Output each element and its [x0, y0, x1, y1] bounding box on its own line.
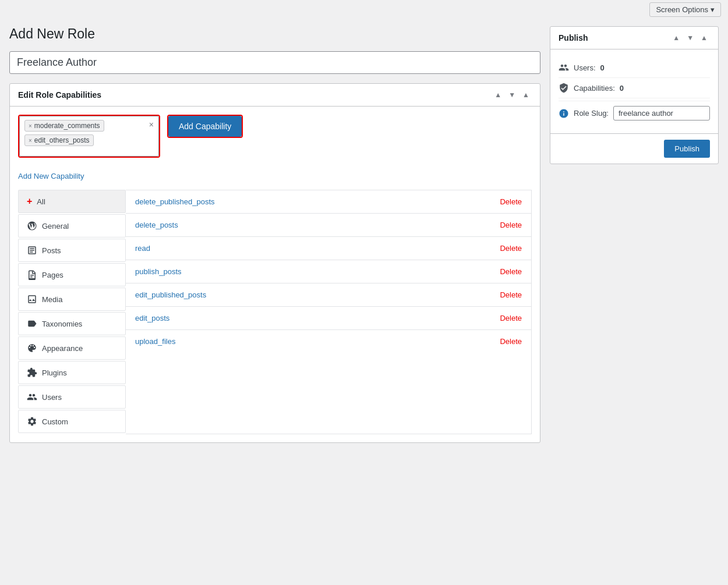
sidebar-item-pages-label: Pages	[42, 271, 63, 279]
plugins-icon	[27, 367, 37, 378]
publish-body: Users: 0 Capabilities: 0 Role Slug	[550, 49, 718, 133]
role-name-input[interactable]	[9, 51, 540, 74]
chevron-down-icon: ▾	[711, 5, 715, 14]
delete-edit-posts[interactable]: Delete	[500, 314, 522, 322]
cap-tag-edit-others-posts-label: edit_others_posts	[34, 136, 90, 144]
sidebar-item-plugins-label: Plugins	[42, 368, 67, 377]
posts-icon	[27, 245, 37, 256]
cap-tag-edit-others-posts[interactable]: × edit_others_posts	[24, 134, 94, 146]
selector-row: × moderate_comments × edit_others_posts …	[18, 115, 532, 165]
users-stat: Users: 0	[559, 58, 710, 78]
delete-publish-posts[interactable]: Delete	[500, 267, 522, 276]
role-slug-input[interactable]	[613, 106, 710, 120]
capability-delete-published-posts[interactable]: delete_published_posts	[135, 197, 215, 206]
publish-header: Publish ▲ ▼ ▲	[550, 27, 718, 49]
publish-title: Publish	[559, 33, 588, 42]
collapse-close-arrow[interactable]: ▲	[520, 90, 532, 100]
sidebar-item-taxonomies-label: Taxonomies	[42, 320, 82, 328]
table-row: publish_posts Delete	[126, 260, 531, 283]
delete-delete-published-posts[interactable]: Delete	[500, 197, 522, 206]
cap-selector-wrapper: × moderate_comments × edit_others_posts …	[18, 115, 160, 158]
publish-footer: Publish	[550, 133, 718, 164]
capability-rows: delete_published_posts Delete delete_pos…	[126, 190, 532, 434]
category-sidebar: + All General	[18, 190, 126, 434]
role-slug-row: Role Slug:	[559, 101, 710, 125]
users-count: 0	[600, 63, 605, 72]
page-title: Add New Role	[9, 26, 540, 42]
sidebar-item-general[interactable]: General	[18, 214, 126, 237]
media-icon	[27, 294, 37, 304]
role-slug-label: Role Slug:	[574, 109, 609, 118]
sidebar-item-appearance-label: Appearance	[42, 344, 83, 353]
table-row: read Delete	[126, 237, 531, 260]
publish-button[interactable]: Publish	[664, 140, 710, 158]
add-new-capability-link[interactable]: Add New Capability	[18, 172, 532, 180]
sidebar-item-pages[interactable]: Pages	[18, 263, 126, 286]
capability-publish-posts[interactable]: publish_posts	[135, 267, 182, 276]
capabilities-body: × moderate_comments × edit_others_posts …	[10, 107, 540, 442]
publish-box: Publish ▲ ▼ ▲ Users: 0	[550, 26, 719, 164]
table-row: delete_posts Delete	[126, 214, 531, 237]
delete-upload-files[interactable]: Delete	[500, 337, 522, 346]
screen-options-button[interactable]: Screen Options ▾	[649, 2, 721, 17]
capabilities-stat-icon	[559, 83, 569, 93]
capability-read[interactable]: read	[135, 244, 150, 253]
collapse-up-arrow[interactable]: ▲	[492, 90, 504, 100]
publish-arrows: ▲ ▼ ▲	[670, 33, 710, 43]
capabilities-box: Edit Role Capabilities ▲ ▼ ▲ × moderate_…	[9, 83, 540, 443]
users-icon	[27, 392, 37, 402]
users-label: Users:	[574, 63, 596, 72]
sidebar-item-media-label: Media	[42, 295, 62, 304]
add-capability-btn-wrapper: Add Capability	[167, 115, 243, 138]
table-row: upload_files Delete	[126, 330, 531, 353]
delete-read[interactable]: Delete	[500, 244, 522, 253]
capability-delete-posts[interactable]: delete_posts	[135, 221, 178, 229]
sidebar-item-plugins[interactable]: Plugins	[18, 361, 126, 384]
table-row: delete_published_posts Delete	[126, 190, 531, 214]
clear-selector-icon[interactable]: ×	[149, 120, 154, 129]
sidebar-item-general-label: General	[42, 222, 69, 231]
wordpress-icon	[27, 221, 37, 231]
capability-upload-files[interactable]: upload_files	[135, 337, 175, 346]
sidebar-item-all-label: All	[37, 197, 45, 206]
sidebar-item-posts[interactable]: Posts	[18, 239, 126, 262]
plus-icon: +	[27, 196, 32, 207]
screen-options-label: Screen Options	[656, 5, 708, 14]
cap-tag-moderate-comments[interactable]: × moderate_comments	[24, 120, 104, 132]
capabilities-arrows: ▲ ▼ ▲	[492, 90, 532, 100]
sidebar-item-posts-label: Posts	[42, 246, 61, 255]
publish-collapse-down[interactable]: ▼	[684, 33, 696, 43]
delete-delete-posts[interactable]: Delete	[500, 221, 522, 229]
sidebar-item-taxonomies[interactable]: Taxonomies	[18, 312, 126, 335]
table-row: edit_published_posts Delete	[126, 283, 531, 307]
table-row: edit_posts Delete	[126, 307, 531, 330]
remove-edit-others-posts-icon[interactable]: ×	[29, 137, 32, 144]
capabilities-title: Edit Role Capabilities	[18, 90, 101, 100]
sidebar-item-users-label: Users	[42, 393, 62, 402]
sidebar-item-all[interactable]: + All	[18, 190, 126, 213]
users-stat-icon	[559, 62, 569, 73]
sidebar-item-users[interactable]: Users	[18, 385, 126, 409]
capability-edit-posts[interactable]: edit_posts	[135, 314, 169, 322]
collapse-down-arrow[interactable]: ▼	[506, 90, 518, 100]
cap-list-wrapper: + All General	[18, 190, 532, 434]
info-icon	[559, 108, 569, 119]
delete-edit-published-posts[interactable]: Delete	[500, 290, 522, 299]
taxonomies-icon	[27, 318, 37, 329]
sidebar-item-custom-label: Custom	[42, 417, 68, 426]
left-column: Add New Role Edit Role Capabilities ▲ ▼ …	[9, 26, 540, 443]
capability-edit-published-posts[interactable]: edit_published_posts	[135, 290, 206, 299]
sidebar-item-appearance[interactable]: Appearance	[18, 336, 126, 360]
sidebar-item-media[interactable]: Media	[18, 288, 126, 311]
add-capability-button[interactable]: Add Capability	[168, 116, 242, 137]
publish-collapse-up[interactable]: ▲	[670, 33, 682, 43]
remove-moderate-comments-icon[interactable]: ×	[29, 123, 32, 129]
sidebar-item-custom[interactable]: Custom	[18, 410, 126, 433]
publish-collapse-close[interactable]: ▲	[698, 33, 710, 43]
cap-selector[interactable]: × moderate_comments × edit_others_posts …	[19, 116, 159, 157]
top-bar: Screen Options ▾	[0, 0, 728, 19]
pages-icon	[27, 270, 37, 280]
capabilities-count: 0	[620, 84, 624, 93]
capabilities-stat: Capabilities: 0	[559, 78, 710, 98]
custom-icon	[27, 416, 37, 427]
